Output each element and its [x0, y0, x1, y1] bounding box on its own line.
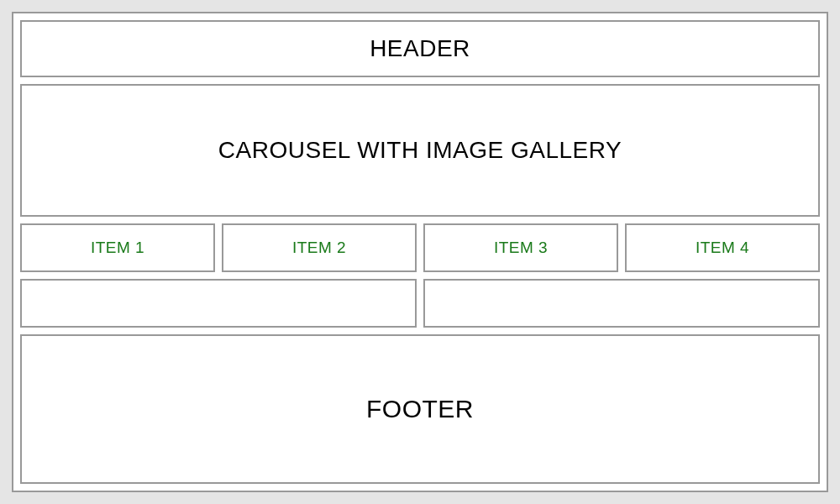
header-title: HEADER [370, 35, 470, 62]
item-label: ITEM 1 [91, 239, 144, 257]
item-label: ITEM 3 [494, 239, 548, 257]
item-label: ITEM 4 [696, 239, 749, 257]
item-3: ITEM 3 [423, 223, 618, 272]
item-2: ITEM 2 [222, 223, 417, 272]
footer-region: FOOTER [20, 334, 820, 484]
panel-left [20, 279, 417, 328]
header-region: HEADER [20, 20, 820, 77]
item-4: ITEM 4 [625, 223, 820, 272]
panel-right [423, 279, 820, 328]
items-row: ITEM 1 ITEM 2 ITEM 3 ITEM 4 [20, 223, 820, 272]
item-label: ITEM 2 [292, 239, 346, 257]
item-1: ITEM 1 [20, 223, 215, 272]
wireframe-frame: HEADER CAROUSEL WITH IMAGE GALLERY ITEM … [12, 12, 828, 492]
carousel-region: CAROUSEL WITH IMAGE GALLERY [20, 84, 820, 217]
footer-label: FOOTER [366, 395, 474, 423]
panels-row [20, 279, 820, 328]
carousel-label: CAROUSEL WITH IMAGE GALLERY [218, 137, 622, 164]
